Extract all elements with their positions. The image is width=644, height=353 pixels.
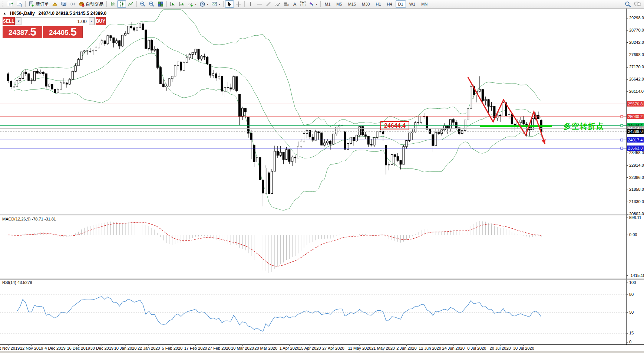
timeframe-group: M1M5M15M30H1H4D1W1MN xyxy=(322,0,430,8)
sell-price-int: 24387. xyxy=(9,28,30,37)
turning-point-note[interactable]: 多空转折点 xyxy=(564,121,604,131)
dropdown-arrow-icon: ▾ xyxy=(195,3,196,6)
candlestick-chart-icon xyxy=(119,1,125,7)
toolbar-separator xyxy=(223,1,224,7)
chat-button[interactable] xyxy=(633,0,643,8)
annotation-layer[interactable] xyxy=(468,77,552,144)
fibonacci-icon: F xyxy=(283,1,289,7)
timeframe-button-w1[interactable]: W1 xyxy=(407,0,418,8)
svg-text:E: E xyxy=(278,4,280,7)
triangle-down-icon: ▼ xyxy=(17,20,20,23)
timeframe-button-m15[interactable]: M15 xyxy=(346,0,359,8)
chart-title: ▲ HK50-,Daily 24874.0 24918.5 24145.5 24… xyxy=(3,11,106,16)
zoom-in-button[interactable] xyxy=(138,0,147,8)
cursor-tool-button[interactable] xyxy=(225,0,234,8)
toolbar-separator xyxy=(25,1,26,7)
metaeditor-button[interactable] xyxy=(50,0,59,8)
line-handle[interactable] xyxy=(621,124,623,127)
buy-price-int: 24405. xyxy=(49,28,70,37)
bollinger-layer xyxy=(14,10,541,210)
timeframe-button-d1[interactable]: D1 xyxy=(396,0,406,8)
one-click-trading-panel: SELL ▼ ▲ BUY 24387.5 24405.5 xyxy=(3,17,83,38)
vertical-line-tool-button[interactable] xyxy=(246,0,255,8)
text-tool-icon: A xyxy=(293,1,297,7)
tile-windows-button[interactable] xyxy=(156,0,165,8)
dropdown-arrow-icon: ▾ xyxy=(219,3,220,6)
auto-scroll-button[interactable] xyxy=(168,0,177,8)
periods-clock-icon xyxy=(199,1,205,7)
signals-button[interactable] xyxy=(68,0,77,8)
macd-label: MACD(12,26,9) -78.71 -31.81 xyxy=(2,217,56,221)
periods-button[interactable]: ▾ xyxy=(198,0,210,8)
indicators-button[interactable]: ▾ xyxy=(186,0,198,8)
horizontal-line-tool-button[interactable] xyxy=(255,0,264,8)
line-handle[interactable] xyxy=(621,139,623,141)
line-handle[interactable] xyxy=(621,115,623,118)
buy-price-frac: 5 xyxy=(70,26,77,37)
collapse-triangle-icon[interactable]: ▲ xyxy=(3,12,6,15)
new-chart-icon xyxy=(7,1,13,7)
search-button[interactable] xyxy=(623,0,633,8)
rsi-label: RSI(14) 43.5278 xyxy=(2,280,32,285)
toolbar-separator xyxy=(106,1,107,7)
chart-canvas[interactable] xyxy=(0,9,644,353)
indicators-icon xyxy=(188,1,194,7)
vertical-line-icon xyxy=(248,1,254,7)
bar-chart-button[interactable] xyxy=(108,0,117,8)
timeframe-button-m5[interactable]: M5 xyxy=(334,0,344,8)
toolbar-grip[interactable] xyxy=(3,1,4,7)
window-bottom-edge xyxy=(0,351,644,353)
templates-button[interactable]: ▾ xyxy=(210,0,222,8)
autotrading-button[interactable]: 自动交易 xyxy=(77,0,105,8)
toolbar: 新订单 自动交易 xyxy=(0,0,644,9)
line-chart-button[interactable] xyxy=(126,0,135,8)
zoom-out-button[interactable] xyxy=(147,0,156,8)
line-handle[interactable] xyxy=(621,147,623,149)
autotrading-icon xyxy=(79,1,85,7)
buy-price-display[interactable]: 24405.5 xyxy=(43,26,83,38)
new-order-button[interactable]: 新订单 xyxy=(27,0,50,8)
volume-stepper: ▼ ▲ xyxy=(16,17,95,25)
timeframe-button-h1[interactable]: H1 xyxy=(373,0,383,8)
price-annotation-box[interactable]: 24644.4 xyxy=(380,121,409,130)
crosshair-tool-button[interactable] xyxy=(234,0,243,8)
toolbar-separator xyxy=(136,1,137,7)
axes-layer xyxy=(0,9,644,346)
volume-increase-button[interactable]: ▲ xyxy=(89,17,95,25)
trendline-icon xyxy=(265,1,271,7)
text-label-icon: T xyxy=(300,1,305,7)
timeframe-button-m1[interactable]: M1 xyxy=(322,0,333,8)
auto-scroll-icon xyxy=(170,1,176,7)
fibonacci-tool-button[interactable]: F xyxy=(282,0,291,8)
autotrading-label: 自动交易 xyxy=(86,1,103,7)
timeframe-button-mn[interactable]: MN xyxy=(419,0,430,8)
toolbar-separator xyxy=(166,1,167,7)
new-chart-button[interactable] xyxy=(6,0,15,8)
volume-input[interactable] xyxy=(22,17,89,25)
toolbar-separator xyxy=(244,1,245,7)
equidistant-channel-tool-button[interactable]: E xyxy=(273,0,282,8)
metaeditor-icon xyxy=(52,1,58,7)
channel-icon: E xyxy=(274,1,280,7)
arrows-icon xyxy=(308,1,314,7)
chart-shift-button[interactable] xyxy=(177,0,186,8)
chart-ohlc-readout: 24874.0 24918.5 24145.5 24389.0 xyxy=(39,11,107,16)
trendline-tool-button[interactable] xyxy=(264,0,273,8)
sell-price-display[interactable]: 24387.5 xyxy=(3,26,42,38)
strategy-tester-icon xyxy=(61,1,67,7)
buy-button[interactable]: BUY xyxy=(96,17,106,25)
candlestick-chart-button[interactable] xyxy=(117,0,126,8)
chart-plot[interactable] xyxy=(0,9,644,353)
arrows-tool-button[interactable]: ▾ xyxy=(307,0,319,8)
text-tool-button[interactable]: A xyxy=(291,0,299,8)
line-chart-icon xyxy=(128,1,133,7)
sell-price-frac: 5 xyxy=(30,26,36,37)
sell-button[interactable]: SELL xyxy=(3,17,15,25)
strategy-tester-button[interactable] xyxy=(59,0,68,8)
timeframe-button-m30[interactable]: M30 xyxy=(359,0,372,8)
timeframe-button-h4[interactable]: H4 xyxy=(384,0,395,8)
volume-decrease-button[interactable]: ▼ xyxy=(16,17,22,25)
text-label-tool-button[interactable]: T xyxy=(299,0,307,8)
profiles-button[interactable] xyxy=(15,0,24,8)
chat-icon xyxy=(634,1,641,7)
